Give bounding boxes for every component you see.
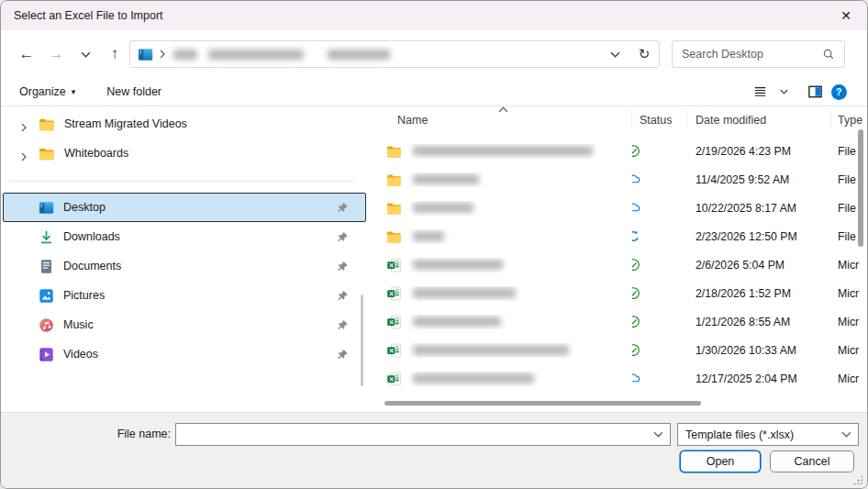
breadcrumb-segment-redacted[interactable] xyxy=(208,50,304,60)
view-mode-button[interactable] xyxy=(748,81,772,103)
main-area: Stream Migrated VideosWhiteboards Deskto… xyxy=(1,106,867,412)
vertical-scrollbar[interactable] xyxy=(858,129,863,247)
date-modified-value: 2/6/2026 5:04 PM xyxy=(687,259,831,272)
file-name-input[interactable] xyxy=(176,424,646,445)
documents-icon xyxy=(39,259,54,274)
forward-button[interactable]: → xyxy=(41,39,71,69)
videos-icon xyxy=(39,347,54,362)
recent-locations-button[interactable] xyxy=(71,39,100,69)
up-button[interactable]: ↑ xyxy=(100,39,129,69)
sidebar-item-downloads[interactable]: Downloads xyxy=(3,222,366,251)
resize-grip-icon[interactable] xyxy=(853,475,862,484)
sidebar-item-desktop[interactable]: Desktop xyxy=(3,193,366,222)
desktop-icon xyxy=(138,48,153,61)
search-input[interactable]: Search Desktop xyxy=(672,40,845,68)
file-list-pane: Name Status Date modified Type 2/19/2026… xyxy=(368,106,867,412)
address-dropdown-button[interactable] xyxy=(600,41,629,67)
sidebar-item-pictures[interactable]: Pictures xyxy=(3,281,366,310)
file-name-redacted xyxy=(413,174,479,184)
file-name-redacted xyxy=(413,288,516,298)
file-row[interactable]: 1/30/2026 10:33 AMMicr xyxy=(368,336,867,364)
chevron-down-icon xyxy=(81,51,91,58)
expand-chevron-icon[interactable] xyxy=(21,119,29,129)
pin-icon xyxy=(337,290,349,302)
downloads-icon xyxy=(39,229,54,245)
new-folder-label: New folder xyxy=(106,85,161,98)
type-value: Micr xyxy=(831,344,867,357)
file-row[interactable]: 2/23/2026 12:50 PMFile f xyxy=(368,222,867,250)
file-name-redacted xyxy=(413,345,569,355)
file-name-label: File name: xyxy=(1,428,171,440)
pin-icon xyxy=(337,349,349,361)
address-bar[interactable]: ↻ xyxy=(129,40,660,68)
pin-icon xyxy=(337,319,349,331)
close-button[interactable]: ✕ xyxy=(825,1,867,30)
type-value: Micr xyxy=(831,372,867,385)
close-icon: ✕ xyxy=(840,8,851,23)
new-folder-button[interactable]: New folder xyxy=(101,85,167,98)
caret-down-icon xyxy=(780,89,788,94)
folder-icon xyxy=(386,229,402,244)
preview-pane-button[interactable] xyxy=(803,81,827,103)
status-synced-icon xyxy=(632,258,640,272)
breadcrumb-segment-redacted[interactable] xyxy=(328,50,390,60)
file-row[interactable]: 2/19/2026 4:23 PMFile f xyxy=(368,137,867,165)
list-view-icon xyxy=(753,85,767,98)
column-header-name[interactable]: Name xyxy=(368,111,632,129)
open-button-label: Open xyxy=(707,455,735,468)
help-button[interactable]: ? xyxy=(827,81,851,103)
type-value: Micr xyxy=(831,287,867,300)
tree-item[interactable]: Stream Migrated Videos xyxy=(1,109,368,139)
status-synced-icon xyxy=(632,343,640,357)
status-cloud-only-icon xyxy=(632,372,640,385)
horizontal-scrollbar[interactable] xyxy=(384,401,701,406)
chevron-down-icon xyxy=(610,51,620,58)
sidebar-item-label: Desktop xyxy=(63,201,106,214)
search-icon xyxy=(822,48,835,61)
view-mode-dropdown[interactable] xyxy=(772,81,796,103)
file-name-dropdown-button[interactable] xyxy=(646,424,670,445)
open-button[interactable]: Open xyxy=(680,450,761,472)
sidebar-scrollbar[interactable] xyxy=(361,295,363,386)
file-name-redacted xyxy=(413,260,503,270)
sidebar-item-music[interactable]: Music xyxy=(3,310,366,339)
music-icon xyxy=(39,317,54,333)
breadcrumb xyxy=(166,50,390,60)
search-placeholder: Search Desktop xyxy=(682,48,763,61)
column-header-status[interactable]: Status xyxy=(632,111,687,129)
file-row[interactable]: 10/22/2025 8:17 AMFile f xyxy=(368,194,867,222)
file-row[interactable]: 12/17/2025 2:04 PMMicr xyxy=(368,364,867,393)
file-type-value: Template files (*.xlsx) xyxy=(678,428,834,441)
up-icon: ↑ xyxy=(111,45,119,63)
folder-icon xyxy=(386,144,402,159)
back-button[interactable]: ← xyxy=(12,39,41,69)
excel-file-icon xyxy=(386,343,402,358)
file-row[interactable]: 11/4/2025 9:52 AMFile f xyxy=(368,165,867,194)
file-type-select[interactable]: Template files (*.xlsx) xyxy=(677,423,859,446)
file-row[interactable]: 1/21/2026 8:55 AMMicr xyxy=(368,307,867,336)
cancel-button[interactable]: Cancel xyxy=(770,450,854,472)
file-row[interactable]: 2/6/2026 5:04 PMMicr xyxy=(368,250,867,279)
refresh-button[interactable]: ↻ xyxy=(629,41,659,67)
expand-chevron-icon[interactable] xyxy=(21,149,29,159)
type-value: Micr xyxy=(831,316,867,328)
title-bar: Select an Excel File to Import ✕ xyxy=(1,1,867,30)
column-header-type[interactable]: Type xyxy=(831,111,867,129)
refresh-icon: ↻ xyxy=(639,46,651,62)
breadcrumb-segment-redacted[interactable] xyxy=(173,50,197,60)
footer-panel: File name: Template files (*.xlsx) Open … xyxy=(1,412,867,488)
organize-button[interactable]: Organize ▾ xyxy=(14,85,81,98)
column-header-date-modified[interactable]: Date modified xyxy=(687,111,831,129)
column-headers: Name Status Date modified Type xyxy=(368,106,867,134)
caret-down-icon: ▾ xyxy=(72,87,76,96)
sidebar-item-videos[interactable]: Videos xyxy=(3,339,366,369)
file-row[interactable]: 2/18/2026 1:52 PMMicr xyxy=(368,279,867,307)
chevron-down-icon xyxy=(834,424,858,445)
status-synced-icon xyxy=(632,144,640,158)
excel-file-icon xyxy=(386,258,402,272)
navigation-pane: Stream Migrated VideosWhiteboards Deskto… xyxy=(1,106,368,412)
date-modified-value: 11/4/2025 9:52 AM xyxy=(687,173,831,186)
tree-item[interactable]: Whiteboards xyxy=(1,139,368,168)
sidebar-item-documents[interactable]: Documents xyxy=(3,251,366,281)
status-cloud-only-icon xyxy=(632,201,640,215)
